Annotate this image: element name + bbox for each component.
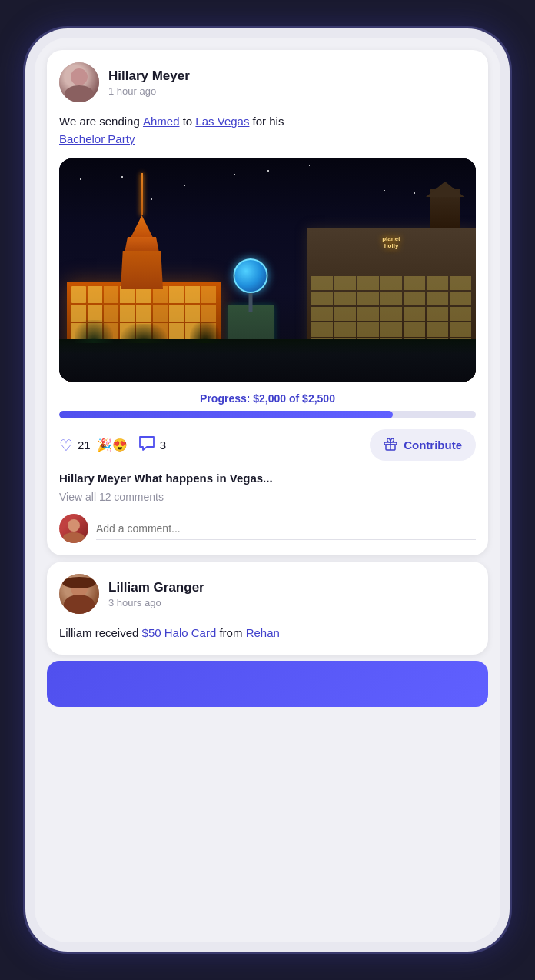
text-prefix: We are sending: [59, 115, 143, 128]
avatar-image: [59, 62, 99, 102]
road-foreground: [59, 339, 476, 382]
eiffel-tower: [121, 173, 163, 289]
text-to: to: [180, 115, 196, 128]
comment-author: Hillary Meyer: [59, 472, 131, 485]
comments-count: 3: [160, 438, 166, 452]
add-comment-row: [59, 514, 476, 543]
vegas-scene: planetholly: [59, 158, 476, 382]
post-time: 1 hour ago: [108, 85, 190, 97]
foliage: [59, 316, 476, 343]
comment-input[interactable]: [96, 518, 476, 540]
post2-link-rehan[interactable]: Rehan: [246, 626, 280, 639]
actions-row: ♡ 21 🎉😍 3: [59, 429, 476, 461]
comments-group: 3: [138, 435, 166, 455]
left-actions: ♡ 21 🎉😍 3: [59, 435, 166, 455]
commenter-avatar: [59, 514, 88, 543]
link-bachelor-party[interactable]: Bachelor Party: [59, 132, 135, 145]
commenter-avatar-image: [59, 514, 88, 543]
contribute-button[interactable]: Contribute: [370, 429, 476, 461]
post2-text: Lilliam received $50 Halo Card from Reha…: [59, 625, 476, 642]
post2-avatar: [59, 574, 99, 614]
view-all-comments[interactable]: View all 12 comments: [59, 491, 476, 503]
comment-text: What happens in Vegas...: [135, 472, 273, 485]
post2-author-name: Lilliam Granger: [108, 580, 204, 595]
post2-avatar-image: [59, 574, 99, 614]
likes-group: ♡ 21 🎉😍: [59, 436, 128, 455]
post2-author-info: Lilliam Granger 3 hours ago: [108, 580, 204, 608]
author-avatar: [59, 62, 99, 102]
gift-icon: [384, 437, 397, 453]
progress-section: Progress: $2,000 of $2,500: [59, 392, 476, 418]
likes-count: 21: [78, 438, 91, 452]
bottom-bar: [47, 661, 488, 707]
link-las-vegas[interactable]: Las Vegas: [195, 115, 249, 128]
author-name: Hillary Meyer: [108, 68, 190, 84]
progress-bar-fill: [59, 411, 393, 418]
vegas-image: planetholly: [59, 158, 476, 382]
post2-header: Lilliam Granger 3 hours ago: [59, 574, 476, 614]
globe-structure: [234, 258, 268, 312]
post2-time: 3 hours ago: [108, 597, 204, 608]
reactions: 🎉😍: [97, 438, 128, 452]
link-ahmed[interactable]: Ahmed: [143, 115, 180, 128]
post-card-1: Hillary Meyer 1 hour ago We are sending …: [47, 50, 488, 555]
post-text: We are sending Ahmed to Las Vegas for hi…: [59, 113, 476, 148]
text-for-his: for his: [249, 115, 284, 128]
post-header: Hillary Meyer 1 hour ago: [59, 62, 476, 102]
comment-preview: Hillary Meyer What happens in Vegas...: [59, 472, 476, 485]
heart-icon[interactable]: ♡: [59, 436, 73, 455]
post2-link-card[interactable]: $50 Halo Card: [142, 626, 217, 639]
contribute-label: Contribute: [404, 438, 462, 452]
post2-prefix: Lilliam received: [59, 626, 142, 639]
author-info: Hillary Meyer 1 hour ago: [108, 68, 190, 97]
post2-mid: from: [216, 626, 245, 639]
progress-text: Progress: $2,000 of $2,500: [59, 392, 476, 405]
post-card-2: Lilliam Granger 3 hours ago Lilliam rece…: [47, 562, 488, 655]
comment-icon[interactable]: [138, 435, 155, 455]
progress-bar-background: [59, 411, 476, 418]
